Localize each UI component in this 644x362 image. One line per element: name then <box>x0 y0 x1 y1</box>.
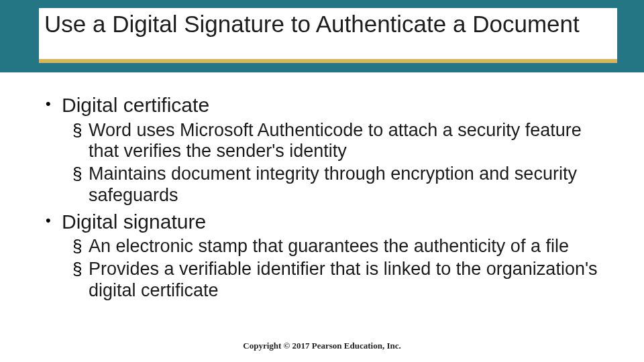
copyright-footer: Copyright © 2017 Pearson Education, Inc. <box>0 341 644 351</box>
subbullet: Word uses Microsoft Authenticode to atta… <box>39 120 612 163</box>
slide-title: Use a Digital Signature to Authenticate … <box>44 11 604 37</box>
bullet-digital-signature: Digital signature <box>39 210 612 234</box>
subbullet: Maintains document integrity through enc… <box>39 164 612 206</box>
bullet-digital-certificate: Digital certificate <box>39 94 612 117</box>
subbullet: An electronic stamp that guarantees the … <box>39 236 612 257</box>
title-band: Use a Digital Signature to Authenticate … <box>0 0 644 72</box>
slide-body: Digital certificate Word uses Microsoft … <box>0 72 644 302</box>
subbullet: Provides a verifiable identifier that is… <box>39 259 612 302</box>
